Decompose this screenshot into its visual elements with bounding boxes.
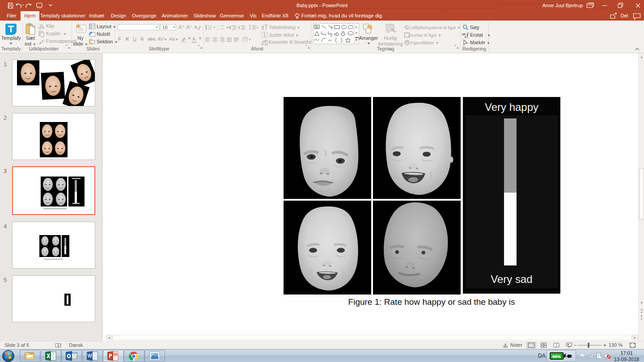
svg-text:99%: 99% [552,354,561,359]
svg-text:1: 1 [217,25,219,27]
svg-text:2: 2 [217,28,219,30]
svg-text:A: A [194,25,198,30]
